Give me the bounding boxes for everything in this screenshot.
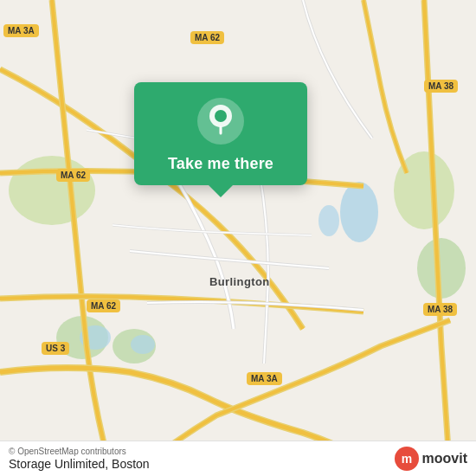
road-badge-ma3a-bottom: MA 3A bbox=[247, 372, 282, 385]
svg-point-6 bbox=[318, 205, 339, 236]
location-name: Storage Unlimited, Boston bbox=[9, 457, 150, 471]
popup-label[interactable]: Take me there bbox=[168, 155, 273, 173]
svg-text:m: m bbox=[401, 452, 411, 466]
svg-point-5 bbox=[340, 182, 378, 242]
map-roads bbox=[0, 0, 476, 476]
map-container: MA 3A MA 62 MA 38 MA 62 MA 62 US 3 MA 38… bbox=[0, 0, 476, 476]
road-badge-ma38-bottom-right: MA 38 bbox=[423, 303, 457, 316]
svg-point-0 bbox=[9, 156, 95, 225]
moovit-brand-name: moovit bbox=[422, 451, 467, 466]
road-badge-us3-bottom: US 3 bbox=[42, 342, 69, 355]
road-badge-ma62-mid-left: MA 62 bbox=[56, 169, 90, 182]
popup-icon-circle bbox=[197, 98, 244, 145]
road-badge-ma62-bottom-left: MA 62 bbox=[87, 299, 120, 312]
road-badge-ma62-top: MA 62 bbox=[190, 31, 224, 44]
moovit-logo-icon: m bbox=[395, 447, 419, 471]
bottom-info: © OpenStreetMap contributors Storage Unl… bbox=[9, 447, 150, 471]
moovit-logo: m moovit bbox=[395, 447, 467, 471]
popup-card[interactable]: Take me there bbox=[134, 82, 307, 185]
bottom-bar: © OpenStreetMap contributors Storage Unl… bbox=[0, 441, 476, 476]
location-pin-icon bbox=[207, 104, 235, 139]
road-badge-ma3a-top-left: MA 3A bbox=[3, 24, 39, 37]
city-label: Burlington bbox=[209, 275, 270, 288]
popup-arrow bbox=[209, 185, 233, 197]
svg-point-8 bbox=[131, 335, 155, 354]
svg-point-10 bbox=[215, 110, 227, 122]
attribution-text: © OpenStreetMap contributors bbox=[9, 447, 150, 456]
road-badge-ma38-top-right: MA 38 bbox=[424, 80, 458, 93]
